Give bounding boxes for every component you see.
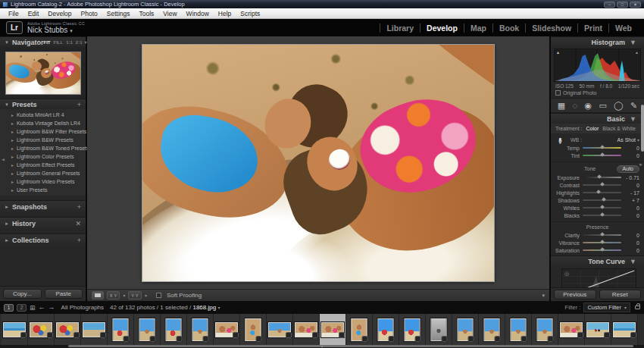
filmstrip-cell[interactable] xyxy=(320,314,346,345)
basic-header[interactable]: Basic ▼ xyxy=(551,113,644,124)
filmstrip-cell[interactable] xyxy=(532,314,558,345)
menu-item[interactable]: Edit xyxy=(23,10,44,17)
filmstrip-cell[interactable] xyxy=(134,314,161,345)
panel-section-header[interactable]: ► History ✕ xyxy=(0,217,86,229)
preset-item[interactable]: ► Kubota MiniArt LR 4 xyxy=(0,111,86,119)
original-photo-checkbox[interactable] xyxy=(555,90,561,96)
filmstrip-cell[interactable] xyxy=(452,314,479,345)
filmstrip-cell[interactable] xyxy=(293,314,320,345)
filmstrip-thumbnail[interactable] xyxy=(192,318,208,341)
menu-item[interactable]: Window xyxy=(182,10,214,17)
slider-track[interactable] xyxy=(583,184,621,186)
collapse-icon[interactable]: ▼ xyxy=(5,40,9,45)
tone-curve-header[interactable]: Tone Curve ▼ xyxy=(551,256,644,266)
preset-item[interactable]: ► Lightroom B&W Presets xyxy=(0,136,86,144)
filmstrip-cell[interactable] xyxy=(267,314,293,345)
soft-proofing-checkbox[interactable] xyxy=(156,293,161,298)
disclosure-icon[interactable]: ► xyxy=(5,221,9,226)
panel-section-header[interactable]: ► Collections + xyxy=(0,234,86,246)
tool-icon[interactable]: ▦ xyxy=(558,102,565,110)
toolbar-options-icon[interactable]: ▾ xyxy=(542,293,545,299)
tool-icon[interactable]: ◌ xyxy=(573,102,578,110)
filmstrip-thumbnail[interactable] xyxy=(83,322,105,337)
slider-track[interactable] xyxy=(583,234,621,236)
disclosure-icon[interactable]: ► xyxy=(11,155,14,159)
grid-view-icon[interactable]: ⊞ xyxy=(30,304,36,312)
disclosure-icon[interactable]: ► xyxy=(11,121,14,126)
filmstrip-cell[interactable] xyxy=(373,314,399,345)
slider-track[interactable] xyxy=(583,199,621,201)
add-preset-icon[interactable]: + xyxy=(77,101,81,108)
filmstrip-thumbnail[interactable] xyxy=(613,322,636,337)
slider-thumb[interactable] xyxy=(600,152,605,157)
section-action-icon[interactable]: ✕ xyxy=(75,220,81,227)
filmstrip-caret-icon[interactable]: ▾ xyxy=(320,343,323,348)
filmstrip-thumbnail[interactable] xyxy=(30,322,52,337)
histogram[interactable]: ▲ ▲ xyxy=(554,49,641,82)
filmstrip-thumbnail[interactable] xyxy=(295,322,317,337)
filmstrip-cell[interactable] xyxy=(187,314,214,345)
disclosure-icon[interactable]: ► xyxy=(11,171,14,176)
slider-track[interactable] xyxy=(583,249,621,251)
preset-item[interactable]: ► User Presets xyxy=(0,186,86,194)
filmstrip-thumbnail[interactable] xyxy=(245,318,261,341)
panel-scrollbar[interactable] xyxy=(641,105,644,152)
treatment-color[interactable]: Color xyxy=(586,126,599,131)
collapse-icon[interactable]: ▼ xyxy=(630,115,636,123)
filmstrip-cell[interactable] xyxy=(479,314,505,345)
slider-thumb[interactable] xyxy=(600,247,605,252)
collapse-icon[interactable]: ▼ xyxy=(5,102,9,107)
disclosure-icon[interactable]: ► xyxy=(11,130,14,134)
filmstrip-cell[interactable] xyxy=(240,314,267,345)
forward-arrow-icon[interactable]: → xyxy=(48,304,55,311)
shadow-clipping-icon[interactable]: ▲ xyxy=(556,50,560,55)
disclosure-icon[interactable]: ► xyxy=(11,113,14,118)
identity-plate[interactable]: Adobe Lightroom Classic CC Nick Stubbs ▾ xyxy=(27,21,85,34)
second-window-button[interactable]: 2 xyxy=(17,304,27,312)
previous-button[interactable]: Previous xyxy=(554,290,596,299)
tool-icon[interactable]: ◯ xyxy=(614,102,623,110)
filmstrip-thumbnail[interactable] xyxy=(268,322,291,337)
filmstrip-thumbnail[interactable] xyxy=(56,322,79,337)
filter-lock-icon[interactable] xyxy=(635,306,640,309)
left-panel-collapse-icon[interactable]: ► xyxy=(1,158,5,162)
loupe-view-icon[interactable] xyxy=(92,291,104,299)
filmstrip-thumbnail[interactable] xyxy=(215,322,238,337)
wb-eyedropper-icon[interactable]: ✒ xyxy=(555,137,565,145)
filmstrip-thumbnail[interactable] xyxy=(139,318,155,341)
slider-track[interactable] xyxy=(583,207,621,208)
disclosure-icon[interactable]: ► xyxy=(11,180,14,184)
module-tab[interactable]: Web xyxy=(608,24,638,33)
filmstrip-cell[interactable] xyxy=(214,314,240,345)
preset-item[interactable]: ► Lightroom Effect Presets xyxy=(0,161,86,169)
preset-item[interactable]: ► Lightroom B&W Filter Presets xyxy=(0,127,86,136)
module-tab[interactable]: Develop xyxy=(420,24,464,33)
filmstrip-thumbnail[interactable] xyxy=(586,322,609,337)
filmstrip-status[interactable]: 42 of 132 photos / 1 selected / 1868.jpg… xyxy=(110,304,220,311)
collapse-icon[interactable]: ▼ xyxy=(630,258,636,265)
filmstrip-thumbnail[interactable] xyxy=(405,318,420,341)
navigator-header[interactable]: ▼ Navigator FITFILL1:12:1 ▾ xyxy=(0,36,86,47)
preset-item[interactable]: ► Lightroom General Presets xyxy=(0,169,86,177)
wb-value[interactable]: As Shot ▾ xyxy=(617,137,639,143)
filmstrip-thumbnail[interactable] xyxy=(113,318,129,341)
menu-item[interactable]: Scripts xyxy=(236,10,264,17)
disclosure-icon[interactable]: ► xyxy=(11,138,14,143)
filmstrip-thumbnail[interactable] xyxy=(484,318,500,341)
slider-thumb[interactable] xyxy=(600,145,605,149)
slider-thumb[interactable] xyxy=(600,205,605,209)
filmstrip-cell[interactable] xyxy=(346,314,373,345)
filmstrip-thumbnail[interactable] xyxy=(431,318,447,341)
treatment-bw[interactable]: Black & White xyxy=(602,126,636,131)
slider-track[interactable] xyxy=(583,242,621,243)
compare-view-icon[interactable]: X Y xyxy=(107,291,120,299)
slider-track[interactable] xyxy=(583,147,621,149)
disclosure-icon[interactable]: ► xyxy=(11,146,14,151)
tool-icon[interactable]: ✎ xyxy=(630,102,637,110)
paste-button[interactable]: Paste xyxy=(45,289,83,299)
module-tab[interactable]: Slideshow xyxy=(525,24,577,33)
filmstrip-thumbnail[interactable] xyxy=(352,318,367,341)
filmstrip-cell[interactable] xyxy=(399,314,426,345)
slider-thumb[interactable] xyxy=(602,197,606,202)
chevron-down-icon[interactable]: ▾ xyxy=(145,293,147,298)
